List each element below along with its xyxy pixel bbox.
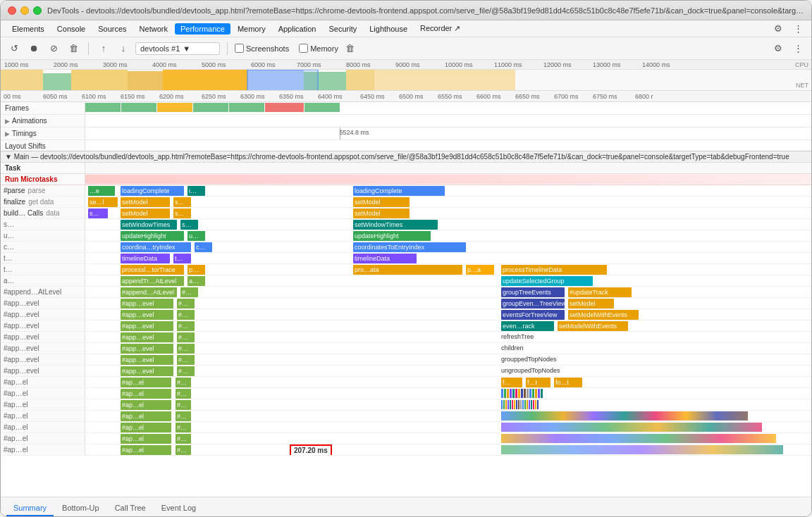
expand-icon-timings[interactable]: ▶ [5, 130, 10, 137]
fbar-setModel-ge[interactable]: setModel [568, 299, 614, 309]
fbar-e[interactable]: …e [88, 186, 115, 196]
fbar-s3[interactable]: s… [173, 208, 191, 218]
fbar-c-ctei[interactable]: c… [195, 242, 212, 252]
flame-row-app1-bars[interactable]: #append…AtLevel #… groupTreeEvents #upda… [85, 287, 811, 297]
upload-button[interactable]: ↑ [96, 41, 111, 56]
flame-row-plt-bars[interactable]: processl…torTrace p… pro…ata p…a process… [85, 264, 811, 275]
record-button[interactable]: ⏺ [26, 41, 42, 56]
overflow-button[interactable]: ⋮ [790, 41, 806, 56]
more-options-icon[interactable]: ⋮ [790, 21, 806, 37]
fbar-s-swt[interactable]: s… [180, 220, 198, 230]
flame-row-app5-bars[interactable]: #app…evel #… refreshTree [85, 332, 811, 342]
maximize-button[interactable] [33, 6, 42, 15]
flame-row-build-bars[interactable]: s… setModel s… setModel [85, 208, 811, 218]
fbar-eventrack[interactable]: even…rack [501, 321, 554, 331]
fbar-plt-2[interactable]: pro…ata [353, 265, 462, 275]
fbar-hash7[interactable]: #… [177, 355, 195, 365]
fbar-appevel-2[interactable]: #app…evel [121, 299, 173, 309]
fbar-fot1[interactable]: fo…t [554, 378, 582, 387]
fbar-apel-last[interactable]: #ap…el [121, 445, 171, 455]
target-selector[interactable]: devtools #1 ▼ [135, 42, 220, 55]
fbar-appevel-6[interactable]: #app…evel [121, 344, 173, 354]
fbar-appendAtLevel-1[interactable]: #append…AtLevel [121, 287, 177, 297]
flame-row-ap4-bars[interactable]: #ap…el #… [85, 411, 811, 421]
tab-call-tree[interactable]: Call Tree [108, 501, 153, 516]
flame-row-app8-bars[interactable]: #app…evel #… ungroupedTopNodes [85, 366, 811, 376]
close-button[interactable] [8, 6, 16, 15]
fbar-sel[interactable]: se…l [88, 197, 118, 207]
flame-row-app4-bars[interactable]: #app…evel #… even…rack setModelWithEvent… [85, 320, 811, 331]
menu-memory[interactable]: Memory [232, 23, 271, 35]
fbar-hash-ap4[interactable]: #… [176, 411, 191, 421]
memory-checkbox[interactable] [299, 44, 308, 53]
fbar-apel-2[interactable]: #ap…el [121, 389, 171, 399]
minimize-button[interactable] [20, 6, 29, 15]
fbar-ctei-2[interactable]: coordinatesToEntryIndex [353, 242, 466, 252]
flame-row-ap1-bars[interactable]: #ap…el #… f… f…t fo…t [85, 377, 811, 387]
settings-icon[interactable]: ⚙ [770, 21, 786, 37]
fbar-updateTrack[interactable]: #updateTrack [568, 287, 632, 297]
fbar-updateHighlight-2[interactable]: updateHighlight [353, 231, 431, 241]
fbar-eventsForTreeView[interactable]: eventsForTreeView [501, 310, 565, 320]
fbar-f1[interactable]: f… [501, 378, 522, 387]
tab-event-log[interactable]: Event Log [154, 501, 204, 516]
download-button[interactable]: ↓ [116, 41, 131, 56]
fbar-hash2[interactable]: #… [177, 299, 195, 309]
fbar-ctei-1[interactable]: coordina…tryIndex [121, 242, 191, 252]
track-animations-content[interactable] [85, 115, 811, 127]
fbar-updateHighlight-1[interactable]: updateHighlight [121, 231, 184, 241]
fbar-i[interactable]: i… [187, 186, 205, 196]
fbar-updateSelectedGroup[interactable]: updateSelectedGroup [501, 276, 593, 286]
flame-row-td-bars[interactable]: timelineData t… timelineData [85, 253, 811, 263]
tab-bottom-up[interactable]: Bottom-Up [55, 501, 106, 516]
fbar-setModel-4[interactable]: setModel [353, 208, 410, 218]
fbar-apel-5[interactable]: #ap…el [121, 423, 171, 432]
menu-console[interactable]: Console [51, 23, 91, 35]
flame-row-finalize-bars[interactable]: se…l setModel s… setModel [85, 197, 811, 207]
clear-button[interactable]: 🗑 [66, 41, 81, 56]
fbar-hash1[interactable]: #… [180, 287, 198, 297]
tab-summary[interactable]: Summary [6, 501, 54, 516]
flamechart-scroll[interactable]: Task Run Microtasks #parse [1, 163, 811, 497]
memory-checkbox-area[interactable]: Memory [299, 44, 338, 53]
menu-sources[interactable]: Sources [92, 23, 132, 35]
flame-row-app6-bars[interactable]: #app…evel #… children [85, 343, 811, 354]
fbar-setWindowTimes-2[interactable]: setWindowTimes [353, 220, 438, 230]
fbar-setModelWithEvents-2[interactable]: setModelWithEvents [558, 321, 628, 331]
fbar-hash-ap1[interactable]: #… [176, 378, 191, 387]
track-layout-shifts-content[interactable] [85, 140, 811, 151]
timeline-overview[interactable]: 1000 ms 2000 ms 3000 ms 4000 ms 5000 ms … [1, 60, 811, 91]
fbar-apel-6[interactable]: #ap…el [121, 434, 171, 444]
fbar-processTimelineData[interactable]: processTimelineData [501, 265, 607, 275]
track-frames-content[interactable] [85, 102, 811, 114]
fbar-t-td[interactable]: t… [173, 254, 191, 263]
expand-icon-animations[interactable]: ▶ [5, 118, 10, 125]
reload-record-button[interactable]: ↺ [6, 41, 22, 56]
menu-network[interactable]: Network [134, 23, 173, 35]
menu-lighthouse[interactable]: Lighthouse [364, 23, 413, 35]
fbar-u-uh[interactable]: u… [187, 231, 205, 241]
flame-row-uh-bars[interactable]: updateHighlight u… updateHighlight [85, 230, 811, 241]
fbar-groupTreeEvents[interactable]: groupTreeEvents [501, 287, 565, 297]
fbar-setModelWithEvents-1[interactable]: setModelWithEvents [568, 310, 639, 320]
flame-row-ap3-bars[interactable]: #ap…el #… [85, 399, 811, 410]
fbar-hash3[interactable]: #… [177, 310, 195, 320]
menu-application[interactable]: Application [273, 23, 322, 35]
fbar-hash-ap3[interactable]: #… [176, 400, 191, 410]
fbar-loading-complete-2[interactable]: loadingComplete [353, 186, 445, 196]
fbar-hash-last[interactable]: #… [176, 445, 191, 455]
fbar-appevel-3[interactable]: #app…evel [121, 310, 173, 320]
fbar-pa[interactable]: p…a [466, 265, 494, 275]
flame-row-parse-bars[interactable]: …e loadingComplete i… loadingComplete [85, 185, 811, 196]
fbar-hash6[interactable]: #… [177, 344, 195, 354]
fbar-setModel-2[interactable]: setModel [353, 197, 410, 207]
flame-row-ap6-bars[interactable]: #ap…el #… [85, 433, 811, 444]
flame-row-app7-bars[interactable]: #app…evel #… grouppedTopNodes [85, 354, 811, 365]
fbar-apel-4[interactable]: #ap…el [121, 411, 171, 421]
fbar-hash-ap6[interactable]: #… [176, 434, 191, 444]
track-timings-content[interactable]: 5524.8 ms [85, 127, 811, 139]
flame-row-last-bars[interactable]: #ap…el #… 207.20 ms [85, 444, 811, 455]
fbar-hash4[interactable]: #… [177, 321, 195, 331]
flame-row-ctei-bars[interactable]: coordina…tryIndex c… coordinatesToEntryI… [85, 242, 811, 252]
fbar-timelineData-1[interactable]: timelineData [121, 254, 170, 263]
